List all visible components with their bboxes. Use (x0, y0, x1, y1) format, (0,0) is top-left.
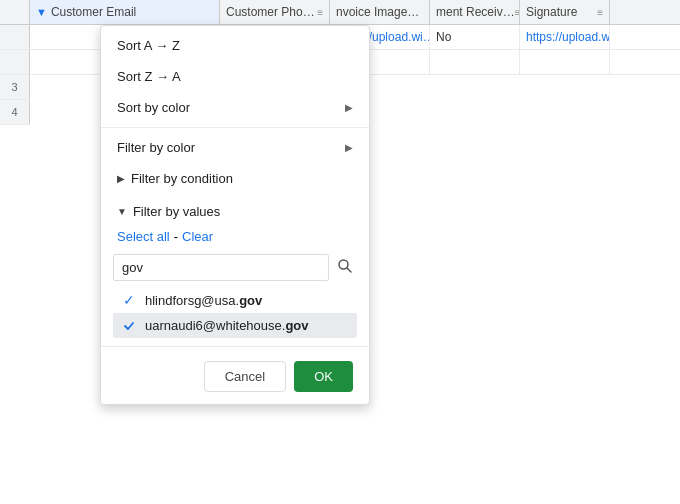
select-all-button[interactable]: Select all (117, 229, 170, 244)
filter-by-color-arrow: ▶ (345, 142, 353, 153)
filter-icon-M: ≡ (597, 7, 603, 18)
svg-line-1 (347, 268, 351, 272)
sort-a-z-item[interactable]: Sort A → Z (101, 30, 369, 61)
filter-icon-J: ≡ (317, 7, 323, 18)
col-label-K: nvoice Image… (336, 5, 419, 19)
col-header-L[interactable]: ment Receiv… ≡ (430, 0, 520, 24)
column-headers: ▼ Customer Email Customer Pho… ≡ nvoice … (0, 0, 680, 25)
cell-L2 (430, 50, 520, 74)
filter-dropdown: Sort A → Z Sort Z → A Sort by color ▶ Fi… (100, 25, 370, 405)
clear-button[interactable]: Clear (182, 229, 213, 244)
value-list: ✓ hlindforsg@usa.gov uarnaudi6@whitehous… (113, 287, 357, 338)
bottom-buttons: Cancel OK (101, 351, 369, 400)
filter-by-color-item[interactable]: Filter by color ▶ (101, 132, 369, 163)
sort-by-color-label: Sort by color (117, 100, 190, 115)
separator-bottom (101, 346, 369, 347)
cell-M2 (520, 50, 610, 74)
col-header-M[interactable]: Signature ≡ (520, 0, 610, 24)
value-text-1: hlindforsg@usa.gov (145, 293, 349, 308)
col-header-J[interactable]: Customer Pho… ≡ (220, 0, 330, 24)
separator-1 (101, 127, 369, 128)
search-row (101, 250, 369, 287)
search-input[interactable] (113, 254, 329, 281)
filter-active-icon: ▼ (36, 6, 47, 18)
cursor-icon (122, 319, 136, 333)
stub-1 (0, 25, 30, 49)
cell-M1-link[interactable]: https://upload.wikimedia… (526, 30, 610, 44)
filter-by-condition-item[interactable]: ▶ Filter by condition (101, 163, 369, 194)
col-label-M: Signature (526, 5, 577, 19)
filter-by-condition-expand-arrow: ▶ (117, 173, 125, 184)
col-header-I[interactable]: ▼ Customer Email (30, 0, 220, 24)
cell-M1: https://upload.wikimedia… (520, 25, 610, 49)
cell-L1: No (430, 25, 520, 49)
search-icon-button[interactable] (333, 256, 357, 280)
col-label-L: ment Receiv… (436, 5, 515, 19)
row-number-header (0, 0, 30, 24)
stub-2 (0, 50, 30, 74)
row-num-4: 4 (0, 100, 30, 125)
value-text-2: uarnaudi6@whitehouse.gov (145, 318, 349, 333)
sort-a-z-label: Sort A → Z (117, 38, 180, 53)
select-clear-row: Select all - Clear (101, 225, 369, 250)
col-label-J: Customer Pho… (226, 5, 315, 19)
search-icon (337, 258, 353, 274)
filter-by-color-label: Filter by color (117, 140, 195, 155)
checkmark-2 (121, 319, 137, 333)
separator-dash: - (174, 229, 178, 244)
sort-by-color-item[interactable]: Sort by color ▶ (101, 92, 369, 123)
ok-button[interactable]: OK (294, 361, 353, 392)
filter-by-values-expand-arrow: ▼ (117, 206, 127, 217)
filter-by-values-header[interactable]: ▼ Filter by values (101, 198, 369, 225)
value-item-2[interactable]: uarnaudi6@whitehouse.gov (113, 313, 357, 338)
filter-by-condition-label: Filter by condition (131, 171, 233, 186)
sort-z-a-label: Sort Z → A (117, 69, 181, 84)
checkmark-1: ✓ (121, 292, 137, 308)
col-label-I: Customer Email (51, 5, 136, 19)
sort-by-color-arrow: ▶ (345, 102, 353, 113)
col-header-K[interactable]: nvoice Image… (330, 0, 430, 24)
sort-z-a-item[interactable]: Sort Z → A (101, 61, 369, 92)
filter-by-values-label: Filter by values (133, 204, 220, 219)
row-num-3: 3 (0, 75, 30, 100)
filter-by-values-section: ▼ Filter by values Select all - Clear ✓ … (101, 194, 369, 342)
cancel-button[interactable]: Cancel (204, 361, 286, 392)
value-item-1[interactable]: ✓ hlindforsg@usa.gov (113, 287, 357, 313)
